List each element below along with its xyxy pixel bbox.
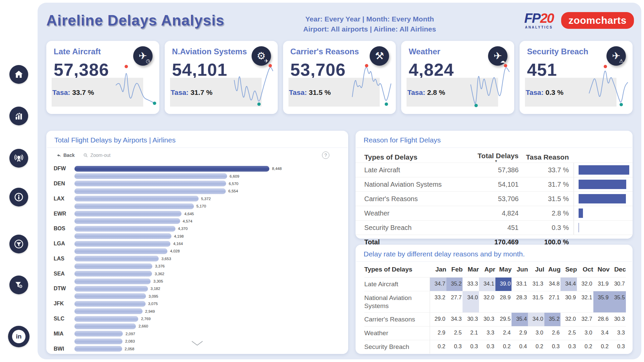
heatmap-cell[interactable]: 29.0 xyxy=(430,313,446,326)
heatmap-month-feb[interactable]: Feb xyxy=(446,262,463,277)
heatmap-cell[interactable]: 28.3 xyxy=(512,291,528,313)
heatmap-cell[interactable]: 0.3 xyxy=(479,340,495,354)
heatmap-cell[interactable]: 2.9 xyxy=(430,326,446,340)
bar-fill[interactable] xyxy=(74,226,175,232)
home-icon[interactable] xyxy=(9,65,28,84)
bar-chart-icon[interactable] xyxy=(9,107,28,125)
heatmap-cell[interactable]: 31.9 xyxy=(593,278,610,291)
heatmap-month-nov[interactable]: Nov xyxy=(593,262,610,277)
bar-fill[interactable] xyxy=(74,286,148,292)
bar-chart-row[interactable]: DFW8,448 xyxy=(54,165,341,172)
bar-chart-row[interactable]: SEA3,362 xyxy=(54,270,341,277)
bar-chart-row[interactable]: LAX5,372 xyxy=(54,195,341,202)
reason-table-row[interactable]: Weather4,8242.8 % xyxy=(356,206,633,220)
bar-chart-row[interactable]: 4,574 xyxy=(54,218,341,225)
bar-chart-row[interactable]: 6,609 xyxy=(54,172,341,180)
heatmap-cell[interactable]: 32.0 xyxy=(577,278,593,291)
bar-fill[interactable] xyxy=(74,181,226,186)
heatmap-cell[interactable]: 33.3 xyxy=(463,278,479,291)
bar-chart-row[interactable]: 4,198 xyxy=(54,233,341,240)
linkedin-icon[interactable]: in xyxy=(8,326,30,347)
heatmap-cell[interactable]: 31.5 xyxy=(528,291,544,313)
bar-fill[interactable] xyxy=(74,339,122,344)
filter-clear-icon[interactable] xyxy=(9,276,28,294)
heatmap-cell[interactable]: 3.3 xyxy=(479,326,495,340)
heatmap-month-jul[interactable]: Jul xyxy=(528,262,544,277)
bar-chart-row[interactable]: 3,376 xyxy=(54,262,341,270)
col-tasa-reason[interactable]: Tasa Reason xyxy=(519,149,569,161)
heatmap-cell[interactable]: 0.2 xyxy=(430,340,446,354)
heatmap-cell[interactable]: 0.2 xyxy=(495,340,512,354)
reason-table-row[interactable]: National Aviation Systems54,10131.7 % xyxy=(356,177,633,191)
heatmap-month-aug[interactable]: Aug xyxy=(544,262,561,277)
heatmap-month-apr[interactable]: Apr xyxy=(479,262,495,277)
bar-fill[interactable] xyxy=(74,316,138,322)
heatmap-row[interactable]: Security Breach0.20.30.30.30.20.40.20.30… xyxy=(364,340,626,354)
heatmap-cell[interactable]: 34.8 xyxy=(544,278,561,291)
kpi-card-security-breach[interactable]: Security Breach✈⚠451Tasa: 0.3 % xyxy=(520,41,633,114)
kpi-card-carrier-s-reasons[interactable]: Carrier's Reasons⚒53,706Tasa: 31.5 % xyxy=(283,41,396,114)
info-icon[interactable] xyxy=(9,188,28,206)
heatmap-cell[interactable]: 33.1 xyxy=(512,278,528,291)
bar-fill[interactable] xyxy=(74,263,152,269)
heatmap-cell[interactable]: 27.7 xyxy=(446,291,463,313)
filter-icon[interactable] xyxy=(9,235,28,253)
bar-chart-row[interactable]: LAS3,653 xyxy=(54,255,341,262)
back-button[interactable]: Back xyxy=(56,153,74,158)
bar-chart-row[interactable]: MIA2,097 xyxy=(54,330,341,338)
bar-chart-row[interactable]: SLC2,769 xyxy=(54,315,341,322)
heatmap-cell[interactable]: 3.0 xyxy=(528,326,544,340)
heatmap-cell[interactable]: 0.3 xyxy=(446,340,463,354)
fp20-analytics-logo[interactable]: FP20 ANALYTICS xyxy=(524,11,554,29)
heatmap-cell[interactable]: 35.4 xyxy=(512,313,528,326)
heatmap-cell[interactable]: 30.3 xyxy=(479,313,495,326)
bar-fill[interactable] xyxy=(74,233,171,239)
bar-fill[interactable] xyxy=(74,203,194,209)
heatmap-cell[interactable]: 30.3 xyxy=(609,313,626,326)
heatmap-row[interactable]: Weather2.92.52.13.32.42.93.02.62.53.03.4… xyxy=(364,326,626,340)
bar-chart-row[interactable]: 5,170 xyxy=(54,202,341,210)
heatmap-cell[interactable]: 0.3 xyxy=(609,340,626,354)
bar-chart-row[interactable]: 3,095 xyxy=(54,293,341,300)
heatmap-month-jun[interactable]: Jun xyxy=(512,262,528,277)
kpi-card-n-aviation-systems[interactable]: N.Aviation Systems⚙✈54,101Tasa: 31.7 % xyxy=(165,41,278,114)
bar-fill[interactable] xyxy=(74,241,170,247)
heatmap-cell[interactable]: 34.1 xyxy=(479,278,495,291)
heatmap-cell[interactable]: 34.7 xyxy=(430,278,446,291)
bar-chart-row[interactable]: 3,305 xyxy=(54,278,341,285)
heatmap-row[interactable]: Carrier's Reasons29.034.330.330.329.535.… xyxy=(364,312,626,326)
bar-chart-row[interactable]: 4,028 xyxy=(54,247,341,255)
bar-chart-row[interactable]: JFK3,075 xyxy=(54,300,341,307)
bar-fill[interactable] xyxy=(74,196,199,201)
heatmap-row[interactable]: National Aviation Systems33.227.734.032.… xyxy=(364,291,626,313)
heatmap-cell[interactable]: 34.3 xyxy=(446,313,463,326)
bar-fill[interactable] xyxy=(74,346,122,352)
heatmap-cell[interactable]: 0.2 xyxy=(593,340,610,354)
heatmap-cell[interactable]: 0.3 xyxy=(544,340,561,354)
heatmap-cell[interactable]: 29.5 xyxy=(495,313,512,326)
heatmap-cell[interactable]: 32.0 xyxy=(560,313,577,326)
heatmap-cell[interactable]: 32.1 xyxy=(577,291,593,313)
heatmap-cell[interactable]: 30.7 xyxy=(609,278,626,291)
chevron-down-icon[interactable] xyxy=(191,341,204,347)
bar-chart-row[interactable]: DEN6,570 xyxy=(54,180,341,187)
heatmap-cell[interactable]: 2.6 xyxy=(544,326,561,340)
heatmap-cell[interactable]: 2.9 xyxy=(512,326,528,340)
bar-chart-row[interactable]: DTW3,182 xyxy=(54,285,341,292)
bar-fill[interactable] xyxy=(74,188,226,194)
bar-fill[interactable] xyxy=(74,218,180,224)
bar-chart-row[interactable]: BOS4,370 xyxy=(54,225,341,232)
heatmap-month-jan[interactable]: Jan xyxy=(430,262,446,277)
bar-chart-row[interactable]: LGA4,164 xyxy=(54,240,341,247)
heatmap-cell[interactable]: 32.0 xyxy=(479,291,495,313)
heatmap-month-may[interactable]: May xyxy=(495,262,512,277)
heatmap-cell[interactable]: 3.0 xyxy=(577,326,593,340)
bar-chart-row[interactable]: 6,554 xyxy=(54,187,341,195)
heatmap-cell[interactable]: 30.9 xyxy=(560,291,577,313)
heatmap-col-types[interactable]: Types of Delays xyxy=(364,262,430,277)
heatmap-cell[interactable]: 34.0 xyxy=(463,291,479,313)
heatmap-cell[interactable]: 35.5 xyxy=(609,291,626,313)
help-icon[interactable]: ? xyxy=(322,152,329,159)
heatmap-cell[interactable]: 28.6 xyxy=(593,313,610,326)
reason-table-row[interactable]: Security Breach4510.3 % xyxy=(356,220,633,235)
